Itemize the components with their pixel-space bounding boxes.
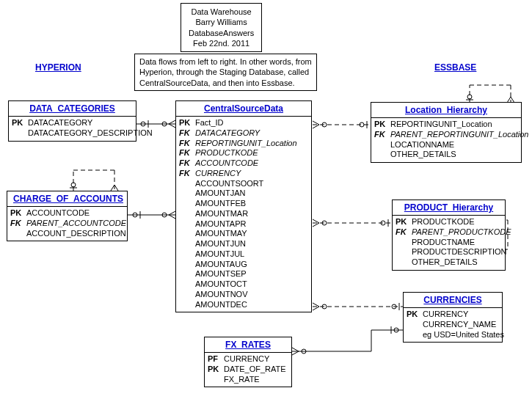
- entity-row: ACCOUNTSOORT: [179, 179, 308, 189]
- entity-charge-of-accounts: CHARGE_OF_ACCOUNTS PKACCOUNTCODEFKPARENT…: [7, 191, 128, 241]
- svg-line-18: [114, 185, 118, 191]
- key-indicator: [179, 279, 195, 290]
- column-name: AMOUNTFEB: [195, 199, 246, 209]
- key-indicator: [10, 229, 26, 239]
- diagram-canvas: Data Warehouse Barry Williams DatabaseAn…: [0, 0, 532, 399]
- column-name: ACCOUNT_DESCRIPTION: [26, 229, 126, 239]
- flow-line-2: Hyperion, through the Staging Database, …: [139, 67, 312, 77]
- entity-row: ACCOUNT_DESCRIPTION: [10, 229, 124, 239]
- entity-row: PRODUCTDESCRIPTION: [396, 247, 502, 257]
- key-indicator: [179, 260, 195, 270]
- entity-row: AMOUNTAUG: [179, 260, 308, 270]
- key-indicator: [12, 128, 28, 139]
- entity-currencies: CURRENCIES PKCURRENCYCURRENCY_NAMEeg USD…: [403, 292, 503, 343]
- info-line-3: DatabaseAnswers: [189, 28, 254, 38]
- key-indicator: [374, 140, 390, 150]
- column-name: DATE_OF_RATE: [224, 365, 286, 375]
- svg-line-57: [292, 351, 299, 355]
- key-indicator: [208, 375, 224, 385]
- system-hyperion-label: HYPERION: [35, 62, 81, 73]
- svg-line-17: [111, 185, 114, 191]
- svg-line-9: [169, 211, 175, 215]
- column-name: AMOUNTAUG: [195, 260, 247, 270]
- entity-row: PKFact_ID: [179, 118, 308, 128]
- entity-body: PKACCOUNTCODEFKPARENT_ACCOUNTCODEACCOUNT…: [7, 207, 128, 241]
- column-name: DATACATEGORY: [28, 118, 92, 128]
- column-name: ACCOUNTSOORT: [195, 179, 263, 189]
- column-name: PARENT_ACCOUNTCODE: [26, 219, 126, 229]
- key-indicator: PK: [179, 118, 195, 128]
- entity-row: FKPARENT_PRODUCTKODE: [396, 227, 502, 238]
- key-indicator: PK: [10, 208, 26, 219]
- key-indicator: FK: [179, 139, 195, 149]
- key-indicator: PK: [407, 310, 423, 320]
- column-name: ACCOUNTCODE: [26, 208, 90, 219]
- system-essbase-label: ESSBASE: [434, 62, 476, 73]
- svg-line-34: [313, 223, 319, 227]
- column-name: REPORTINGUNIT_Location: [195, 139, 297, 149]
- svg-line-3: [169, 120, 175, 124]
- entity-title: CentralSourceData: [175, 100, 312, 117]
- entity-row: AMOUNTDEC: [179, 300, 308, 310]
- key-indicator: [396, 238, 412, 248]
- entity-body: PKCURRENCYCURRENCY_NAMEeg USD=United Sta…: [403, 308, 503, 343]
- key-indicator: FK: [179, 128, 195, 139]
- column-name: FX_RATE: [224, 375, 260, 385]
- key-indicator: [179, 199, 195, 209]
- column-name: PRODUCTNAME: [412, 238, 475, 248]
- entity-row: PFCURRENCY: [208, 354, 288, 365]
- key-indicator: [396, 247, 412, 257]
- column-name: DATACATEGORY_DESCRIPTION: [28, 128, 153, 139]
- flow-line-1: Data flows from left to right. In other …: [139, 56, 312, 67]
- column-name: DATACATEGORY: [195, 128, 260, 139]
- entity-row: PKDATACATEGORY: [12, 118, 133, 128]
- entity-row: PKDATE_OF_RATE: [208, 365, 288, 375]
- entity-data-categories: DATA_CATEGORIES PKDATACATEGORYDATACATEGO…: [8, 100, 136, 142]
- svg-line-10: [169, 215, 175, 219]
- column-name: AMOUNTMAR: [195, 209, 248, 219]
- key-indicator: FK: [179, 158, 195, 169]
- entity-row: AMOUNTFEB: [179, 199, 308, 209]
- entity-central-source-data: CentralSourceData PKFact_IDFKDATACATEGOR…: [175, 100, 312, 312]
- key-indicator: [407, 320, 423, 330]
- key-indicator: PF: [208, 354, 224, 365]
- key-indicator: FK: [374, 130, 390, 140]
- column-name: REPORTINGUNIT_Location: [390, 120, 492, 130]
- column-name: ACCOUNTCODE: [195, 158, 258, 169]
- entity-title: CHARGE_OF_ACCOUNTS: [7, 191, 128, 207]
- column-name: PRODUCTKODE: [412, 217, 475, 227]
- entity-body: PKREPORTINGUNIT_LocationFKPARENT_REPORTI…: [371, 118, 522, 163]
- entity-title: DATA_CATEGORIES: [8, 100, 136, 117]
- svg-line-20: [313, 121, 319, 125]
- entity-row: AMOUNTJAN: [179, 188, 308, 199]
- column-name: CURRENCY: [224, 354, 269, 365]
- svg-line-4: [169, 124, 175, 128]
- key-indicator: PK: [12, 118, 28, 128]
- column-name: Fact_ID: [195, 118, 224, 128]
- column-name: AMOUNTAPR: [195, 219, 246, 230]
- entity-fx-rates: FX_RATES PFCURRENCYPKDATE_OF_RATEFX_RATE: [204, 337, 292, 387]
- info-line-4: Feb 22nd. 2011: [189, 38, 254, 48]
- entity-row: PKPRODUCTKODE: [396, 217, 502, 227]
- column-name: AMOUNTSEP: [195, 269, 247, 279]
- key-indicator: [179, 209, 195, 219]
- entity-title: Location_Hierarchy: [371, 102, 522, 118]
- column-name: AMOUNTDEC: [195, 300, 247, 310]
- key-indicator: FK: [396, 227, 412, 238]
- entity-row: DATACATEGORY_DESCRIPTION: [12, 128, 133, 139]
- column-name: PARENT_REPORTINGUNIT_Location: [390, 130, 528, 140]
- entity-row: FKACCOUNTCODE: [179, 158, 308, 169]
- column-name: OTHER_DETAILS: [412, 257, 478, 268]
- column-name: CURRENCY: [423, 310, 468, 320]
- key-indicator: [179, 269, 195, 279]
- column-name: PARENT_PRODUCTKODE: [412, 227, 511, 238]
- entity-row: FKREPORTINGUNIT_Location: [179, 139, 308, 149]
- svg-line-47: [313, 307, 319, 310]
- entity-product-hierarchy: PRODUCT_Hierarchy PKPRODUCTKODEFKPARENT_…: [392, 200, 506, 271]
- key-indicator: [179, 229, 195, 239]
- entity-row: OTHER_DETAILS: [396, 257, 502, 268]
- column-name: CURRENCY_NAME: [423, 320, 496, 330]
- key-indicator: [179, 290, 195, 300]
- column-name: AMOUNTNOV: [195, 290, 248, 300]
- entity-row: AMOUNTJUN: [179, 239, 308, 249]
